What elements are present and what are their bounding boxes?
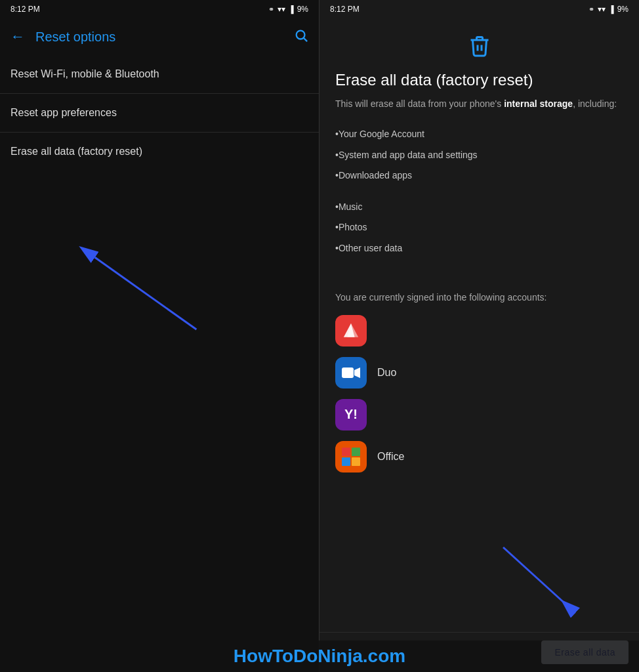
data-item: •System and app data and settings	[335, 145, 623, 166]
data-item: •Downloaded apps	[335, 165, 623, 186]
data-item: •Photos	[335, 217, 623, 238]
accounts-label: You are currently signed into the follow…	[335, 291, 623, 304]
trash-icon	[468, 34, 491, 58]
trash-icon-container	[335, 34, 623, 60]
watermark: HowToDoNinja.com	[0, 640, 639, 672]
account-row-adobe	[335, 315, 623, 346]
left-status-bar: 8:12 PM ⚭ ▾▾ ▐ 9%	[0, 0, 319, 18]
accounts-section: You are currently signed into the follow…	[335, 291, 623, 472]
office-label: Office	[377, 451, 405, 463]
erase-title: Erase all data (factory reset)	[335, 71, 623, 89]
right-panel: 8:12 PM ⚭ ▾▾ ▐ 9% Erase all data (f	[320, 0, 639, 672]
menu-item-wifi[interactable]: Reset Wi-Fi, mobile & Bluetooth	[0, 55, 319, 94]
data-items-list: •Your Google Account •System and app dat…	[335, 124, 623, 259]
account-row-office: Office	[335, 441, 623, 472]
adobe-logo	[342, 322, 360, 340]
battery-text: 9%	[297, 5, 308, 14]
search-icon	[294, 28, 308, 43]
right-status-icons: ⚭ ▾▾ ▐ 9%	[588, 5, 629, 14]
left-time: 8:12 PM	[10, 5, 40, 14]
account-row-yahoo: Y!	[335, 399, 623, 430]
left-panel: 8:12 PM ⚭ ▾▾ ▐ 9% ← Reset options Reset …	[0, 0, 320, 672]
right-status-bar: 8:12 PM ⚭ ▾▾ ▐ 9%	[320, 0, 639, 18]
right-bluetooth-icon: ⚭	[588, 5, 594, 14]
yahoo-icon: Y!	[335, 399, 367, 430]
duo-logo	[342, 365, 360, 381]
back-button[interactable]: ←	[10, 30, 25, 44]
data-item: •Other user data	[335, 238, 623, 259]
menu-list: Reset Wi-Fi, mobile & Bluetooth Reset ap…	[0, 55, 319, 672]
menu-item-factory-reset[interactable]: Erase all data (factory reset)	[0, 133, 319, 171]
search-button[interactable]	[294, 28, 308, 46]
left-toolbar: ← Reset options	[0, 18, 319, 55]
left-status-icons: ⚭ ▾▾ ▐ 9%	[268, 5, 308, 14]
data-item: •Music	[335, 197, 623, 218]
toolbar-title: Reset options	[35, 30, 294, 45]
right-content: Erase all data (factory reset) This will…	[320, 18, 639, 632]
right-wifi-icon: ▾▾	[598, 5, 606, 14]
signal-icon: ▐	[289, 5, 294, 13]
bluetooth-icon: ⚭	[268, 5, 274, 14]
wifi-icon: ▾▾	[278, 5, 285, 14]
svg-rect-6	[342, 368, 354, 378]
svg-point-0	[297, 30, 305, 39]
right-time: 8:12 PM	[330, 5, 360, 14]
account-row-duo: Duo	[335, 357, 623, 388]
right-battery-text: 9%	[617, 5, 629, 14]
svg-line-1	[304, 38, 307, 41]
adobe-icon	[335, 315, 367, 346]
data-item: •Your Google Account	[335, 124, 623, 145]
erase-description: This will erase all data from your phone…	[335, 97, 623, 111]
menu-item-app-prefs[interactable]: Reset app preferences	[0, 94, 319, 133]
office-icon	[335, 441, 367, 472]
svg-marker-7	[354, 368, 360, 378]
right-signal-icon: ▐	[609, 5, 614, 13]
duo-icon	[335, 357, 367, 388]
duo-label: Duo	[377, 367, 396, 379]
